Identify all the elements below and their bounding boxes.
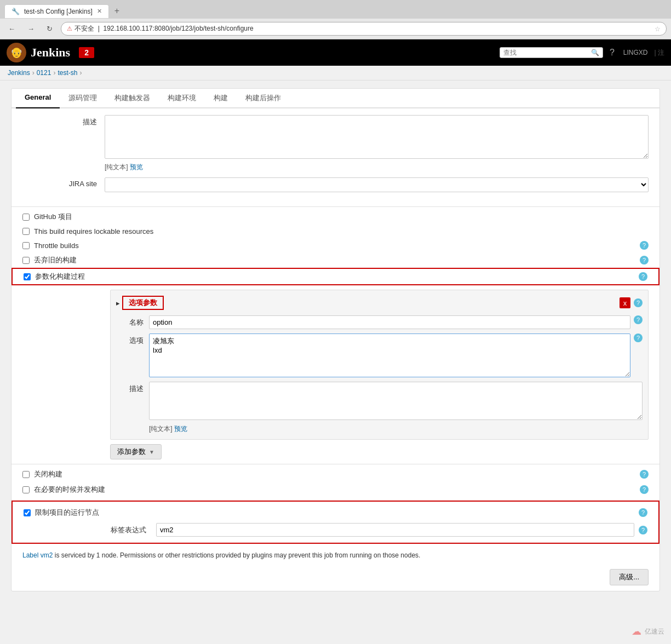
tab-close-button[interactable]: ✕ xyxy=(97,8,102,15)
jenkins-favicon: 🔧 xyxy=(12,8,20,15)
breadcrumb-0121[interactable]: 0121 xyxy=(37,69,51,77)
address-bar: ← → ↻ ⚠ 不安全 | 192.168.100.117:8080/job/1… xyxy=(0,19,671,39)
close-build-checkbox[interactable] xyxy=(22,471,30,478)
description-label: 描述 xyxy=(22,115,105,127)
add-param-button[interactable]: 添加参数 ▼ xyxy=(110,444,162,459)
new-tab-button[interactable]: + xyxy=(109,3,125,19)
bookmark-icon[interactable]: ☆ xyxy=(655,25,661,33)
browser-chrome: 🔧 test-sh Config [Jenkins] ✕ + ← → ↻ ⚠ 不… xyxy=(0,0,671,39)
throttle-label[interactable]: Throttle builds xyxy=(34,242,79,250)
param-options-label: 选项 xyxy=(116,334,149,346)
param-help-icon[interactable]: ? xyxy=(639,272,647,281)
restricted-section: 限制项目的运行节点 ? 标签表达式 ? xyxy=(12,501,659,544)
discard-help-icon[interactable]: ? xyxy=(640,256,649,264)
search-icon: 🔍 xyxy=(591,49,599,56)
param-block-help-icon[interactable]: ? xyxy=(634,298,643,307)
concurrent-checkbox[interactable] xyxy=(22,486,30,493)
add-param-label: 添加参数 xyxy=(117,447,146,457)
param-name-help-icon[interactable]: ? xyxy=(634,315,643,324)
lockable-label[interactable]: This build requires lockable resources xyxy=(34,227,153,235)
restrict-label[interactable]: 限制项目的运行节点 xyxy=(35,508,99,518)
github-label[interactable]: GitHub 项目 xyxy=(34,212,72,222)
github-checkbox[interactable] xyxy=(22,214,30,221)
preview-link[interactable]: 预览 xyxy=(130,163,143,171)
param-name-row: 名称 ? xyxy=(116,315,643,329)
help-button[interactable]: ? xyxy=(610,48,615,58)
throttle-checkbox[interactable] xyxy=(22,242,30,249)
param-options-help-icon[interactable]: ? xyxy=(634,334,643,342)
param-name-label: 名称 xyxy=(116,315,149,327)
url-text: 不安全 | 192.168.100.117:8080/job/123/job/t… xyxy=(74,24,652,33)
checkbox-param: 参数化构建过程 ? xyxy=(12,268,659,285)
separator-1 xyxy=(12,206,659,207)
tab-post-build[interactable]: 构建后操作 xyxy=(237,89,290,108)
param-desc-row: 描述 xyxy=(116,382,643,420)
tab-general[interactable]: General xyxy=(16,89,60,108)
lockable-checkbox[interactable] xyxy=(22,228,30,235)
breadcrumb-test-sh[interactable]: test-sh xyxy=(58,69,77,77)
label-vm2-link[interactable]: Label vm2 xyxy=(22,551,53,559)
tab-build-env[interactable]: 构建环境 xyxy=(159,89,205,108)
restrict-checkbox[interactable] xyxy=(24,509,31,516)
restrict-help-icon[interactable]: ? xyxy=(639,508,647,517)
param-label[interactable]: 参数化构建过程 xyxy=(35,272,85,281)
param-title: 选项参数 xyxy=(122,296,164,310)
close-build-label[interactable]: 关闭构建 xyxy=(34,469,62,479)
tab-scm[interactable]: 源码管理 xyxy=(60,89,106,108)
param-plain-text-row: [纯文本] 预览 xyxy=(116,424,643,434)
jenkins-badge[interactable]: 2 xyxy=(79,47,94,58)
breadcrumb: Jenkins › 0121 › test-sh › xyxy=(0,66,671,81)
tab-build[interactable]: 构建 xyxy=(205,89,237,108)
tab-build-triggers[interactable]: 构建触发器 xyxy=(106,89,159,108)
config-tab-row: General 源码管理 构建触发器 构建环境 构建 构建后操作 xyxy=(12,89,659,108)
info-text: Label vm2 is serviced by 1 node. Permiss… xyxy=(12,547,659,564)
tag-expression-help-icon[interactable]: ? xyxy=(639,526,647,534)
param-desc-label: 描述 xyxy=(116,382,149,394)
main-content: General 源码管理 构建触发器 构建环境 构建 构建后操作 描述 [纯文本… xyxy=(0,81,671,602)
tag-expression-row: 标签表达式 ? xyxy=(13,520,658,539)
param-name-input[interactable] xyxy=(149,315,630,329)
jenkins-search-area: 🔍 ? LINGXD | 注 xyxy=(500,47,664,58)
jira-site-label: JIRA site xyxy=(22,177,105,188)
breadcrumb-jenkins[interactable]: Jenkins xyxy=(8,69,30,77)
tab-bar: 🔧 test-sh Config [Jenkins] ✕ + xyxy=(0,0,671,19)
search-box[interactable]: 🔍 xyxy=(500,47,603,58)
checkbox-close-build: 关闭构建 ? xyxy=(12,467,659,482)
search-input[interactable] xyxy=(503,49,591,56)
param-preview-link[interactable]: 预览 xyxy=(174,425,187,433)
param-options-textarea[interactable]: 凌旭东 lxd xyxy=(149,334,630,377)
discard-label[interactable]: 丢弃旧的构建 xyxy=(34,255,77,265)
dropdown-arrow-icon: ▼ xyxy=(149,449,154,455)
user-name[interactable]: LINGXD xyxy=(623,49,648,56)
checkbox-discard: 丢弃旧的构建 ? xyxy=(12,252,659,268)
separator-2 xyxy=(12,464,659,464)
param-checkbox[interactable] xyxy=(24,273,31,280)
advanced-section: 高级... xyxy=(12,564,659,591)
tag-expression-input[interactable] xyxy=(156,523,634,537)
jenkins-title: Jenkins xyxy=(31,45,70,60)
param-delete-button[interactable]: x xyxy=(620,297,630,308)
jira-site-select[interactable] xyxy=(105,177,649,192)
close-build-help-icon[interactable]: ? xyxy=(640,470,649,479)
checkbox-throttle: Throttle builds ? xyxy=(12,238,659,252)
param-block-wrapper: ▸ 选项参数 x ? 名称 ? 选项 凌旭东 lxd ? xyxy=(12,290,659,440)
advanced-button[interactable]: 高级... xyxy=(610,569,649,585)
forward-button[interactable]: → xyxy=(24,22,38,35)
checkbox-github: GitHub 项目 xyxy=(12,209,659,225)
login-link[interactable]: | 注 xyxy=(655,48,664,58)
jenkins-logo[interactable]: 👴 Jenkins xyxy=(7,43,70,62)
param-desc-textarea[interactable] xyxy=(149,382,643,420)
discard-checkbox[interactable] xyxy=(22,257,30,264)
param-header: ▸ 选项参数 x ? xyxy=(116,296,643,310)
checkbox-restrict: 限制项目的运行节点 ? xyxy=(13,505,658,520)
concurrent-label[interactable]: 在必要的时候并发构建 xyxy=(34,485,105,495)
param-bracket-left: ▸ xyxy=(116,299,120,307)
back-button[interactable]: ← xyxy=(4,22,19,35)
param-plain-text-label: [纯文本] xyxy=(149,425,173,433)
concurrent-help-icon[interactable]: ? xyxy=(640,485,649,494)
reload-button[interactable]: ↻ xyxy=(43,22,56,35)
throttle-help-icon[interactable]: ? xyxy=(640,241,649,250)
url-bar[interactable]: ⚠ 不安全 | 192.168.100.117:8080/job/123/job… xyxy=(61,22,667,36)
browser-tab[interactable]: 🔧 test-sh Config [Jenkins] ✕ xyxy=(4,4,109,18)
description-input[interactable] xyxy=(105,115,649,159)
